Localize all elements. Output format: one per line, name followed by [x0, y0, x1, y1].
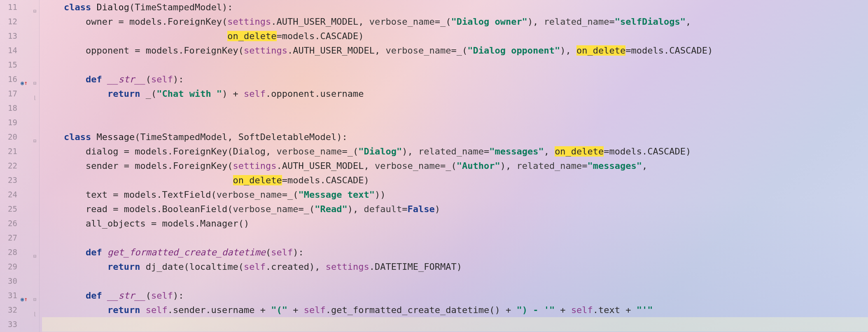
line-number: 30: [0, 274, 17, 288]
code-line[interactable]: dialog = models.ForeignKey(Dialog, verbo…: [42, 144, 868, 159]
line-number: 32: [0, 303, 17, 317]
code-line[interactable]: def get_formatted_create_datetime(self):: [42, 245, 868, 260]
code-line[interactable]: class Message(TimeStampedModel, SoftDele…: [42, 130, 868, 144]
code-line[interactable]: [42, 115, 868, 130]
line-number: 25: [0, 202, 17, 216]
code-line[interactable]: [42, 274, 868, 288]
code-line[interactable]: owner = models.ForeignKey(settings.AUTH_…: [42, 14, 868, 29]
code-line[interactable]: sender = models.ForeignKey(settings.AUTH…: [42, 159, 868, 173]
code-line[interactable]: [42, 317, 868, 332]
line-number: 28: [0, 245, 17, 260]
code-line[interactable]: return dj_date(localtime(self.created), …: [42, 260, 868, 274]
line-number: 13: [0, 29, 17, 43]
fold-end-icon: ⌊: [33, 307, 36, 321]
code-line[interactable]: class Dialog(TimeStampedModel):: [42, 0, 868, 14]
line-number: 16: [0, 72, 17, 87]
line-number: 19: [0, 115, 17, 130]
line-number: 18: [0, 101, 17, 115]
code-line[interactable]: on_delete=models.CASCADE): [42, 29, 868, 43]
fold-toggle-icon[interactable]: ⊟: [33, 292, 36, 307]
line-number: 17: [0, 87, 17, 101]
gutter-marks-column: ◉↑◉↑: [20, 0, 32, 332]
line-number: 14: [0, 43, 17, 58]
line-number: 24: [0, 187, 17, 202]
line-number: 22: [0, 159, 17, 173]
code-editor[interactable]: 1112131415161718192021222324252627282930…: [0, 0, 868, 332]
fold-end-icon: ⌊: [33, 91, 36, 105]
code-line[interactable]: [42, 101, 868, 115]
line-number: 33: [0, 317, 17, 332]
fold-toggle-icon[interactable]: ⊟: [33, 249, 36, 264]
override-method-icon[interactable]: ◉↑: [21, 292, 31, 299]
code-area[interactable]: class Dialog(TimeStampedModel): owner = …: [40, 0, 868, 332]
code-line[interactable]: return _("Chat with ") + self.opponent.u…: [42, 87, 868, 101]
fold-toggle-icon[interactable]: ⊟: [33, 76, 36, 91]
fold-toggle-icon[interactable]: ⊟: [33, 134, 36, 148]
line-number: 29: [0, 260, 17, 274]
line-number: 12: [0, 14, 17, 29]
code-line[interactable]: all_objects = models.Manager(): [42, 216, 868, 231]
code-line[interactable]: text = models.TextField(verbose_name=_("…: [42, 187, 868, 202]
override-method-icon[interactable]: ◉↑: [21, 76, 31, 83]
code-line[interactable]: def __str__(self):: [42, 72, 868, 87]
code-line[interactable]: opponent = models.ForeignKey(settings.AU…: [42, 43, 868, 58]
code-line[interactable]: return self.sender.username + "(" + self…: [42, 303, 868, 317]
line-number: 27: [0, 231, 17, 245]
code-line[interactable]: def __str__(self):: [42, 288, 868, 303]
line-number: 20: [0, 130, 17, 144]
code-line[interactable]: on_delete=models.CASCADE): [42, 173, 868, 187]
code-line[interactable]: [42, 58, 868, 72]
fold-column: ⊟⊟⊟⊟⊟⌊⌊: [32, 0, 40, 332]
line-number: 23: [0, 173, 17, 187]
line-number: 31: [0, 288, 17, 303]
line-number: 26: [0, 216, 17, 231]
fold-toggle-icon[interactable]: ⊟: [33, 4, 36, 19]
line-number: 11: [0, 0, 17, 14]
line-number: 15: [0, 58, 17, 72]
code-line[interactable]: [42, 231, 868, 245]
line-number-gutter: 1112131415161718192021222324252627282930…: [0, 0, 20, 332]
line-number: 21: [0, 144, 17, 159]
code-line[interactable]: read = models.BooleanField(verbose_name=…: [42, 202, 868, 216]
